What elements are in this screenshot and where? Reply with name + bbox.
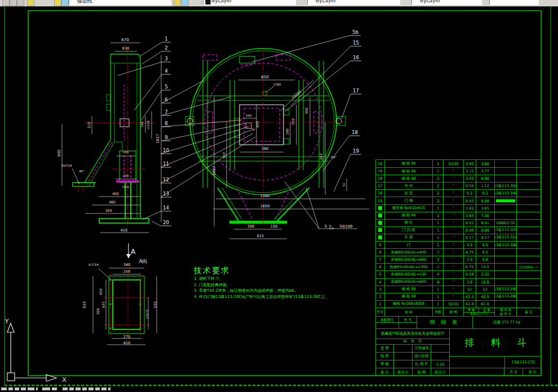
color-combo[interactable]: ByLayer (203, 0, 296, 5)
bom-cell (517, 256, 541, 263)
bom-cell: 5 (376, 271, 385, 278)
dim-label: 650 (261, 75, 268, 79)
field-label: 审 核 (376, 360, 394, 368)
bom-cell (376, 212, 385, 219)
bom-cell: 6.75 (464, 264, 476, 270)
bom-cell: 角钢80x80x6L=130 (385, 271, 433, 278)
bom-cell: ″ (444, 205, 464, 212)
dim-label: 190 (123, 174, 129, 177)
new-layer-icon[interactable] (27, 0, 34, 6)
tech-requirements-list: 1. 材料下料 ▽。2. 门装配好再焊接。3. 采用T42-2焊条，除注明者外均… (194, 276, 380, 300)
dim-label: 410 (123, 341, 130, 345)
date-row: 年 月 日 (376, 339, 449, 345)
layer-combo[interactable]: 辅助线 (69, 0, 171, 5)
layer-previous-icon[interactable] (181, 0, 189, 6)
dim-label: 190 (285, 128, 289, 135)
bom-cell: 3.65 (464, 212, 476, 219)
bom-cell: 1 (433, 205, 444, 212)
balloon-leader (285, 61, 351, 112)
dim-label: 1600 (260, 204, 270, 208)
bom-cell: 0.58 (464, 271, 476, 278)
bom-cell: 钢 板 δ6 (385, 160, 433, 167)
dim-label: 210 (87, 122, 91, 128)
dim-label: 20° (331, 155, 336, 159)
command-line-clipped[interactable] (0, 387, 558, 392)
bom-cell: 2 (433, 249, 444, 256)
balloon-leader (162, 80, 205, 103)
bom-table: 20钢 板 δ61Q2353.603.6019钢 板 δ81″3.773.771… (375, 159, 541, 317)
bom-cell: 1.8 (464, 279, 476, 286)
part-balloon-number: 17 (353, 88, 359, 93)
bom-cell: 6 (433, 279, 444, 286)
drawing-title: 排 料 斗 (450, 329, 542, 357)
part-balloon-number: 5 (165, 84, 167, 90)
bom-row: 15门 轴2″0.030.06 (376, 197, 541, 204)
dim-label: 50 (251, 128, 255, 131)
bom-cell: 1 (433, 286, 444, 293)
bom-cell: 42.5 (476, 293, 495, 300)
linetype-combo[interactable]: ByLayer (307, 0, 400, 5)
layers-icon[interactable] (54, 0, 61, 6)
bom-cell: 角钢80x80x6L=1380 (385, 264, 433, 270)
bom-cell: 0.01 (464, 220, 476, 226)
part-balloon-number: 7 (165, 109, 167, 115)
bom-cell (517, 160, 541, 167)
part-balloon-number: 11 (163, 161, 169, 167)
bom-cell (517, 168, 541, 175)
bom-cell (517, 293, 541, 300)
bom-cell: 2 (433, 190, 444, 197)
bom-cell: 7 (376, 256, 385, 263)
bom-cell: 钢 板 δ8 (385, 168, 433, 175)
make-layer-current-icon[interactable] (174, 0, 181, 6)
bom-row: 橡垫板 6x410x6151″3.653.65 (376, 204, 541, 212)
field-value (431, 353, 449, 360)
bom-header-dwg-no: 图 号 或 标 准 号 (495, 308, 517, 317)
lineweight-combo[interactable]: ByLayer (411, 0, 482, 5)
dim-label: 450 (99, 288, 103, 295)
bom-cell: 2 (376, 293, 385, 300)
bom-cell: 3.45 (464, 175, 476, 182)
bom-cell: 0.17 (476, 234, 495, 241)
bom-cell (517, 175, 541, 182)
balloon-leader (161, 130, 251, 167)
bom-cell: 4.75 (464, 249, 476, 256)
dim-label: 1817 (156, 134, 160, 144)
bom-cell (517, 242, 541, 248)
bom-cell (517, 271, 541, 278)
plotstyle-combo[interactable] (489, 0, 539, 5)
part-balloon-number: 14 (163, 205, 169, 211)
empty-cell (450, 368, 504, 376)
dim-label: 475 (101, 301, 105, 308)
dim-label: 6-∅14 (88, 263, 99, 266)
bom-cell (517, 205, 541, 212)
bom-cell: 门 (385, 242, 433, 248)
toolbar-icon[interactable] (17, 0, 24, 6)
dim-label: 615 (82, 301, 87, 308)
bom-cell (495, 160, 517, 167)
field-label: 主 审 (376, 345, 394, 352)
dim-label: 1340 (260, 194, 270, 198)
bom-row: 18钢 板 δ82″3.456.90 (376, 175, 541, 182)
section-arrow (126, 254, 131, 259)
part-balloon-number: 16 (353, 55, 359, 60)
toolbar-icon[interactable] (10, 0, 17, 6)
bom-cell (495, 256, 517, 263)
bom-cell: 角钢80x80x6L=680 (385, 256, 433, 263)
bom-cell: 铆 钉 (385, 220, 433, 226)
bom-cell: ″ (444, 279, 464, 286)
toolbar-icon[interactable] (2, 0, 10, 6)
bom-cell: 10.8 (476, 279, 495, 286)
bom-cell: 13备113-35C (495, 182, 517, 189)
technical-requirements: 技术要求 1. 材料下料 ▽。2. 门装配好再焊接。3. 采用T42-2焊条，除… (194, 266, 380, 300)
dim-label: 615 (257, 234, 264, 238)
bom-header-qty: 件数 (433, 308, 444, 317)
layer-states-icon[interactable] (61, 0, 69, 6)
bom-row: 7角钢80x80x6L=6802″2.95.8 (376, 256, 541, 263)
bom-cell: 1 (433, 168, 444, 175)
bom-cell (495, 212, 517, 219)
dim-label: ∅50 (122, 185, 129, 189)
bom-header-name: 名 称 (385, 308, 433, 317)
dim-label: 550 (105, 208, 112, 212)
bom-cell: 角钢80x80x6L=990 (385, 249, 433, 256)
assembly-no-cell: 装配图号 (376, 317, 399, 328)
